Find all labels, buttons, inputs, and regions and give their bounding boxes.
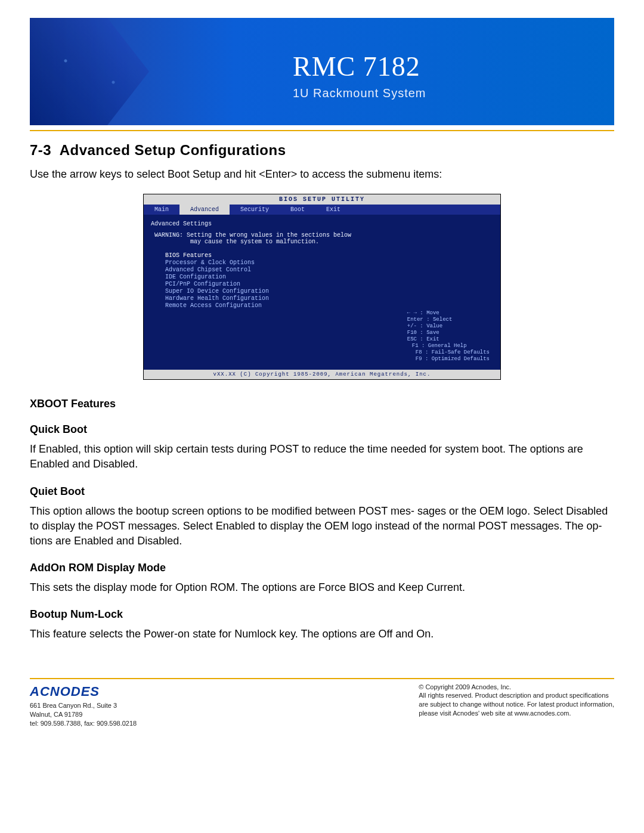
bios-help-line: F1 : General Help [407,343,490,349]
page-footer: ACNODES 661 Brea Canyon Rd., Suite 3 Wal… [30,679,614,728]
section-title: Advanced Setup Configurations [60,142,286,158]
section-number: 7-3 [30,142,51,158]
footer-legal-2: are subject to change without notice. Fo… [419,700,614,709]
footer-right: © Copyright 2009 Acnodes, Inc. All right… [419,683,614,728]
bios-page-heading: Advanced Settings [151,221,493,227]
bios-tab-exit: Exit [315,205,351,215]
feature-heading-numlock: Bootup Num-Lock [30,608,614,621]
bios-menu-item: Advanced Chipset Control [165,267,493,273]
bios-tab-advanced: Advanced [179,205,230,215]
bios-help-panel: ← → : Move Enter : Select +/- : Value F1… [407,310,490,363]
footer-legal-3: please visit Acnodes' web site at www.ac… [419,709,614,718]
feature-heading-quietboot: Quiet Boot [30,485,614,498]
footer-address-1: 661 Brea Canyon Rd., Suite 3 [30,701,137,710]
product-title: RMC 7182 [293,51,420,82]
feature-heading-quickboot: Quick Boot [30,423,614,436]
feature-heading-addonrom: AddOn ROM Display Mode [30,562,614,574]
bios-tab-main: Main [144,205,179,215]
product-subtitle: 1U Rackmount System [293,86,426,100]
section-intro: Use the arrow keys to select Boot Setup … [30,167,614,182]
bios-menubar: Main Advanced Security Boot Exit [144,205,500,215]
section-heading: 7-3 Advanced Setup Configurations [30,142,614,159]
banner-decoration [30,18,149,125]
footer-left: ACNODES 661 Brea Canyon Rd., Suite 3 Wal… [30,683,137,728]
bios-titlebar: BIOS SETUP UTILITY [144,194,500,205]
bios-menu-item: PCI/PnP Configuration [165,281,493,287]
bios-screenshot: BIOS SETUP UTILITY Main Advanced Securit… [143,194,501,380]
feature-body-quickboot: If Enabled, this option will skip certai… [30,442,614,472]
bios-help-line: ← → : Move [407,310,490,316]
company-logo: ACNODES [30,683,137,701]
bios-menu-item: Hardware Health Configuration [165,295,493,302]
footer-legal-1: All rights reserved. Product description… [419,691,614,700]
bios-help-line: F9 : Optimized Defaults [407,356,490,362]
bios-menu-item: Super IO Device Configuration [165,288,493,295]
bios-warning-line1: WARNING: Setting the wrong values in the… [154,232,493,239]
feature-body-quietboot: This option allows the bootup screen opt… [30,504,614,549]
bios-help-line: F8 : Fail-Safe Defaults [407,349,490,355]
bios-help-line: F10 : Save [407,330,490,336]
footer-address-2: Walnut, CA 91789 [30,710,137,719]
bios-menu-item: BIOS Features [165,252,493,259]
feature-body-numlock: This feature selects the Power-on state … [30,627,614,642]
bios-help-line: ESC : Exit [407,336,490,342]
bios-body: Advanced Settings WARNING: Setting the w… [144,215,500,370]
footer-phone: tel: 909.598.7388, fax: 909.598.0218 [30,719,137,728]
header-divider [30,130,614,131]
bios-menu-item: Remote Access Configuration [165,302,493,309]
feature-body-addonrom: This sets the display mode for Option RO… [30,580,614,595]
bios-warning-line2: may cause the system to malfunction. [154,239,493,245]
footer-copyright: © Copyright 2009 Acnodes, Inc. [419,683,614,692]
bios-footer: vXX.XX (C) Copyright 1985-2009, American… [144,370,500,379]
bios-tab-security: Security [230,205,280,215]
header-banner: RMC 7182 1U Rackmount System [30,18,614,125]
bios-menu-item: Processor & Clock Options [165,259,493,266]
feature-heading-xboot: XBOOT Features [30,398,614,410]
bios-menu-list: BIOS Features Processor & Clock Options … [151,252,493,309]
bios-help-line: +/- : Value [407,323,490,329]
bios-tab-boot: Boot [280,205,315,215]
bios-help-line: Enter : Select [407,317,490,323]
bios-warning: WARNING: Setting the wrong values in the… [151,232,493,245]
bios-menu-item: IDE Configuration [165,274,493,280]
